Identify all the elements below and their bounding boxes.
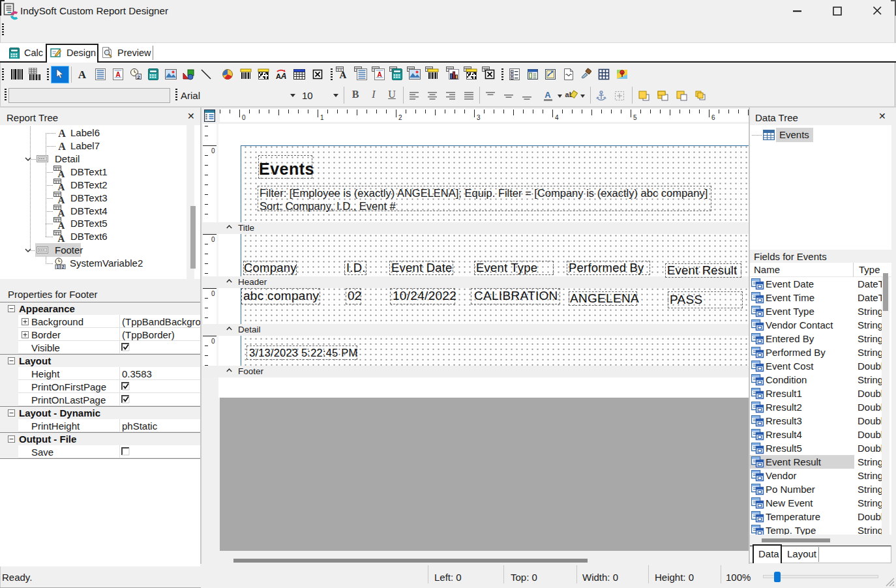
svg-text:A: A [58, 169, 65, 178]
svg-text:2: 2 [62, 265, 65, 269]
svg-text:A: A [78, 68, 87, 81]
svg-text:A: A [58, 182, 65, 191]
svg-text:2: 2 [137, 74, 140, 80]
svg-text:A: A [58, 233, 65, 243]
svg-text:A: A [58, 220, 65, 229]
svg-text:A: A [377, 71, 381, 78]
svg-text:A: A [58, 195, 65, 204]
svg-text:A: A [340, 70, 347, 80]
svg-text:A: A [115, 71, 120, 78]
svg-text:A: A [58, 128, 66, 138]
svg-text:A: A [58, 141, 66, 151]
svg-text:A: A [58, 208, 65, 217]
svg-text:1: 1 [57, 265, 59, 269]
svg-text:A: A [280, 72, 287, 81]
svg-text:A: A [545, 90, 551, 100]
